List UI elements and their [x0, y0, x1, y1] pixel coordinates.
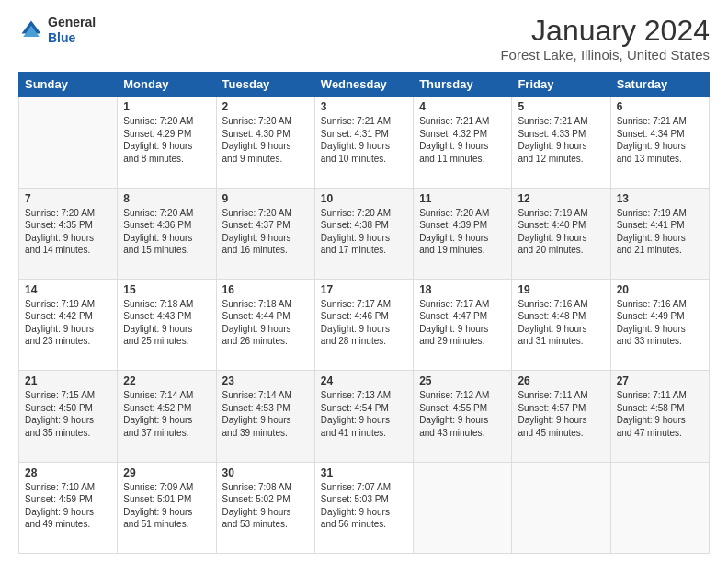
calendar-cell: 31Sunrise: 7:07 AM Sunset: 5:03 PM Dayli… [314, 462, 413, 553]
calendar-week-4: 21Sunrise: 7:15 AM Sunset: 4:50 PM Dayli… [19, 371, 710, 462]
day-info: Sunrise: 7:11 AM Sunset: 4:58 PM Dayligh… [617, 389, 703, 439]
calendar-cell: 27Sunrise: 7:11 AM Sunset: 4:58 PM Dayli… [610, 371, 709, 462]
main-title: January 2024 [500, 15, 710, 47]
calendar-cell: 29Sunrise: 7:09 AM Sunset: 5:01 PM Dayli… [118, 462, 216, 553]
day-number: 17 [321, 283, 407, 296]
day-number: 26 [518, 374, 604, 387]
day-info: Sunrise: 7:09 AM Sunset: 5:01 PM Dayligh… [123, 481, 210, 531]
day-number: 28 [25, 466, 111, 479]
calendar-cell: 7Sunrise: 7:20 AM Sunset: 4:35 PM Daylig… [19, 188, 118, 279]
day-info: Sunrise: 7:18 AM Sunset: 4:44 PM Dayligh… [222, 298, 309, 348]
day-info: Sunrise: 7:08 AM Sunset: 5:02 PM Dayligh… [222, 481, 309, 531]
day-number: 4 [419, 100, 506, 113]
day-info: Sunrise: 7:16 AM Sunset: 4:48 PM Dayligh… [518, 298, 604, 348]
day-number: 8 [123, 192, 210, 205]
logo-line1: General [48, 15, 96, 29]
calendar-header-friday: Friday [512, 73, 610, 97]
day-number: 27 [617, 374, 703, 387]
day-number: 19 [518, 283, 604, 296]
day-info: Sunrise: 7:21 AM Sunset: 4:32 PM Dayligh… [419, 115, 506, 165]
day-info: Sunrise: 7:21 AM Sunset: 4:34 PM Dayligh… [617, 115, 703, 165]
calendar-week-5: 28Sunrise: 7:10 AM Sunset: 4:59 PM Dayli… [19, 462, 710, 553]
day-number: 13 [617, 192, 703, 205]
day-number: 6 [617, 100, 703, 113]
calendar-cell [512, 462, 610, 553]
day-info: Sunrise: 7:19 AM Sunset: 4:42 PM Dayligh… [25, 298, 111, 348]
day-info: Sunrise: 7:20 AM Sunset: 4:35 PM Dayligh… [25, 207, 111, 257]
day-number: 14 [25, 283, 111, 296]
day-info: Sunrise: 7:11 AM Sunset: 4:57 PM Dayligh… [518, 389, 604, 439]
calendar-header-sunday: Sunday [19, 73, 118, 97]
calendar-cell: 2Sunrise: 7:20 AM Sunset: 4:30 PM Daylig… [216, 97, 314, 188]
calendar-cell: 24Sunrise: 7:13 AM Sunset: 4:54 PM Dayli… [314, 371, 413, 462]
calendar-header-tuesday: Tuesday [216, 73, 314, 97]
day-info: Sunrise: 7:19 AM Sunset: 4:40 PM Dayligh… [518, 207, 604, 257]
calendar-cell: 5Sunrise: 7:21 AM Sunset: 4:33 PM Daylig… [512, 97, 610, 188]
calendar-cell: 30Sunrise: 7:08 AM Sunset: 5:02 PM Dayli… [216, 462, 314, 553]
day-info: Sunrise: 7:17 AM Sunset: 4:46 PM Dayligh… [321, 298, 407, 348]
day-info: Sunrise: 7:15 AM Sunset: 4:50 PM Dayligh… [25, 389, 111, 439]
calendar-header-saturday: Saturday [610, 73, 709, 97]
calendar-cell [19, 97, 118, 188]
day-info: Sunrise: 7:14 AM Sunset: 4:53 PM Dayligh… [222, 389, 309, 439]
day-number: 1 [123, 100, 210, 113]
day-number: 5 [518, 100, 604, 113]
calendar-table: SundayMondayTuesdayWednesdayThursdayFrid… [18, 72, 710, 554]
calendar-week-3: 14Sunrise: 7:19 AM Sunset: 4:42 PM Dayli… [19, 279, 710, 370]
logo-text: General Blue [48, 15, 96, 46]
calendar-cell: 25Sunrise: 7:12 AM Sunset: 4:55 PM Dayli… [414, 371, 512, 462]
calendar-header-wednesday: Wednesday [314, 73, 413, 97]
day-info: Sunrise: 7:20 AM Sunset: 4:39 PM Dayligh… [419, 207, 506, 257]
day-number: 23 [222, 374, 309, 387]
calendar-header-monday: Monday [118, 73, 216, 97]
day-number: 12 [518, 192, 604, 205]
day-number: 30 [222, 466, 309, 479]
day-number: 7 [25, 192, 111, 205]
calendar-cell: 19Sunrise: 7:16 AM Sunset: 4:48 PM Dayli… [512, 279, 610, 370]
day-number: 21 [25, 374, 111, 387]
calendar-cell: 23Sunrise: 7:14 AM Sunset: 4:53 PM Dayli… [216, 371, 314, 462]
day-number: 3 [321, 100, 407, 113]
day-number: 18 [419, 283, 506, 296]
day-info: Sunrise: 7:16 AM Sunset: 4:49 PM Dayligh… [617, 298, 703, 348]
calendar-cell: 26Sunrise: 7:11 AM Sunset: 4:57 PM Dayli… [512, 371, 610, 462]
day-info: Sunrise: 7:18 AM Sunset: 4:43 PM Dayligh… [123, 298, 210, 348]
day-info: Sunrise: 7:10 AM Sunset: 4:59 PM Dayligh… [25, 481, 111, 531]
day-info: Sunrise: 7:07 AM Sunset: 5:03 PM Dayligh… [321, 481, 407, 531]
calendar-header-row: SundayMondayTuesdayWednesdayThursdayFrid… [19, 73, 710, 97]
day-info: Sunrise: 7:20 AM Sunset: 4:38 PM Dayligh… [321, 207, 407, 257]
day-number: 15 [123, 283, 210, 296]
calendar-cell: 15Sunrise: 7:18 AM Sunset: 4:43 PM Dayli… [118, 279, 216, 370]
logo-icon [18, 17, 44, 43]
calendar-cell: 8Sunrise: 7:20 AM Sunset: 4:36 PM Daylig… [118, 188, 216, 279]
logo-line2: Blue [48, 30, 75, 45]
calendar-cell: 13Sunrise: 7:19 AM Sunset: 4:41 PM Dayli… [610, 188, 709, 279]
day-info: Sunrise: 7:13 AM Sunset: 4:54 PM Dayligh… [321, 389, 407, 439]
day-number: 29 [123, 466, 210, 479]
calendar-cell: 18Sunrise: 7:17 AM Sunset: 4:47 PM Dayli… [414, 279, 512, 370]
calendar-cell: 12Sunrise: 7:19 AM Sunset: 4:40 PM Dayli… [512, 188, 610, 279]
calendar-week-1: 1Sunrise: 7:20 AM Sunset: 4:29 PM Daylig… [19, 97, 710, 188]
calendar-cell: 28Sunrise: 7:10 AM Sunset: 4:59 PM Dayli… [19, 462, 118, 553]
day-info: Sunrise: 7:17 AM Sunset: 4:47 PM Dayligh… [419, 298, 506, 348]
subtitle: Forest Lake, Illinois, United States [500, 47, 710, 63]
day-number: 2 [222, 100, 309, 113]
calendar-cell: 4Sunrise: 7:21 AM Sunset: 4:32 PM Daylig… [414, 97, 512, 188]
day-number: 10 [321, 192, 407, 205]
day-info: Sunrise: 7:20 AM Sunset: 4:36 PM Dayligh… [123, 207, 210, 257]
calendar-week-2: 7Sunrise: 7:20 AM Sunset: 4:35 PM Daylig… [19, 188, 710, 279]
calendar-cell: 14Sunrise: 7:19 AM Sunset: 4:42 PM Dayli… [19, 279, 118, 370]
day-info: Sunrise: 7:21 AM Sunset: 4:31 PM Dayligh… [321, 115, 407, 165]
calendar-cell: 16Sunrise: 7:18 AM Sunset: 4:44 PM Dayli… [216, 279, 314, 370]
day-number: 22 [123, 374, 210, 387]
day-number: 25 [419, 374, 506, 387]
day-number: 20 [617, 283, 703, 296]
day-number: 31 [321, 466, 407, 479]
calendar-cell: 11Sunrise: 7:20 AM Sunset: 4:39 PM Dayli… [414, 188, 512, 279]
day-number: 9 [222, 192, 309, 205]
calendar-cell: 10Sunrise: 7:20 AM Sunset: 4:38 PM Dayli… [314, 188, 413, 279]
day-number: 24 [321, 374, 407, 387]
title-block: January 2024 Forest Lake, Illinois, Unit… [500, 15, 710, 63]
day-info: Sunrise: 7:14 AM Sunset: 4:52 PM Dayligh… [123, 389, 210, 439]
day-info: Sunrise: 7:20 AM Sunset: 4:30 PM Dayligh… [222, 115, 309, 165]
